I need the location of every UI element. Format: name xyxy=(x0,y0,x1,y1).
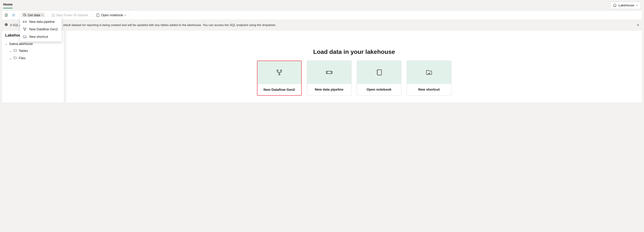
tree-root-label: SalesLakehouse xyxy=(9,42,33,46)
card-label: Open notebook xyxy=(357,84,401,95)
open-notebook-label: Open notebook xyxy=(101,13,123,17)
dropdown-new-shortcut[interactable]: New shortcut xyxy=(20,33,62,40)
svg-point-5 xyxy=(54,14,54,15)
info-icon: i xyxy=(5,23,8,27)
svg-point-2 xyxy=(24,14,26,14)
chevron-down-icon xyxy=(41,14,43,16)
dropdown-item-label: New shortcut xyxy=(29,35,48,39)
card-open-notebook[interactable]: Open notebook xyxy=(357,61,402,96)
cards-row: New Dataflow Gen2 New data pipeline xyxy=(70,61,638,96)
card-new-shortcut[interactable]: New shortcut xyxy=(407,61,451,96)
svg-point-4 xyxy=(52,14,53,15)
dropdown-item-label: New data pipeline xyxy=(29,20,55,24)
svg-point-18 xyxy=(25,28,26,28)
mode-selector[interactable]: Lakehouse xyxy=(610,2,641,9)
card-label: New shortcut xyxy=(407,84,451,95)
svg-text:i: i xyxy=(6,23,6,26)
chevron-down-icon: ⌄ xyxy=(9,49,12,53)
chevron-down-icon: ⌄ xyxy=(9,56,12,60)
chevron-down-icon: ⌄ xyxy=(5,42,7,46)
tree-files[interactable]: ⌄ Files xyxy=(4,54,62,62)
refresh-button[interactable] xyxy=(4,12,9,18)
card-label: New Dataflow Gen2 xyxy=(258,84,301,95)
svg-point-24 xyxy=(278,74,280,75)
body: Lakehous ⌄ SalesLakehouse ⌄ Tables ⌄ Fil… xyxy=(2,30,642,103)
svg-point-17 xyxy=(23,28,24,28)
svg-point-23 xyxy=(280,70,282,71)
card-new-dataflow-gen2[interactable]: New Dataflow Gen2 xyxy=(257,61,302,96)
card-new-data-pipeline[interactable]: New data pipeline xyxy=(307,61,352,96)
svg-rect-3 xyxy=(52,14,55,16)
new-dataset-label: New Power BI dataset xyxy=(56,13,88,17)
open-notebook-button[interactable]: Open notebook xyxy=(95,12,128,18)
main-title: Load data in your lakehouse xyxy=(70,48,638,55)
shortcut-icon xyxy=(23,35,27,39)
get-data-label: Get data xyxy=(28,13,40,17)
svg-rect-8 xyxy=(97,14,99,17)
lakehouse-icon xyxy=(613,3,617,8)
dropdown-new-dataflow-gen2[interactable]: New Dataflow Gen2 xyxy=(20,26,62,33)
tab-home[interactable]: Home xyxy=(3,2,13,8)
toolbar-divider xyxy=(92,13,92,18)
svg-point-22 xyxy=(277,70,278,71)
notebook-icon xyxy=(376,69,383,76)
get-data-dropdown: New data pipeline New Dataflow Gen2 New … xyxy=(20,17,62,42)
chevron-down-icon xyxy=(124,14,126,16)
tree-tables[interactable]: ⌄ Tables xyxy=(4,47,62,54)
banner-text-visible-end: efault dataset for reporting is being cr… xyxy=(63,23,276,27)
dataflow-icon xyxy=(23,27,27,31)
svg-point-1 xyxy=(13,14,14,16)
pipeline-icon xyxy=(23,20,27,24)
folder-icon xyxy=(13,49,17,53)
header-bar: Home Lakehouse xyxy=(0,0,644,9)
dropdown-new-data-pipeline[interactable]: New data pipeline xyxy=(20,18,62,26)
dropdown-item-label: New Dataflow Gen2 xyxy=(29,28,58,31)
tree-node-label: Files xyxy=(19,56,26,60)
tree-node-label: Tables xyxy=(19,49,28,53)
toolbar-divider xyxy=(19,13,19,18)
svg-point-7 xyxy=(54,16,54,16)
svg-point-19 xyxy=(24,30,25,30)
settings-button[interactable] xyxy=(11,12,16,18)
pipeline-icon xyxy=(326,69,333,76)
mode-selector-label: Lakehouse xyxy=(618,4,634,7)
chevron-down-icon xyxy=(636,4,638,7)
card-label: New data pipeline xyxy=(307,84,351,95)
close-banner-button[interactable]: ✕ xyxy=(637,23,639,27)
svg-point-6 xyxy=(52,16,53,16)
toolbar: Get data New Power BI dataset Open noteb… xyxy=(2,10,642,20)
shortcut-icon xyxy=(426,69,432,76)
info-banner: i A SQL e—efault dataset for reporting i… xyxy=(2,21,642,29)
main-pane: Load data in your lakehouse New Dataflow… xyxy=(66,30,642,103)
dataflow-icon xyxy=(276,69,283,76)
svg-rect-28 xyxy=(377,70,382,75)
folder-icon xyxy=(13,56,17,60)
banner-text-visible-start: A SQL e xyxy=(10,23,21,27)
toolbar-divider xyxy=(130,13,130,18)
